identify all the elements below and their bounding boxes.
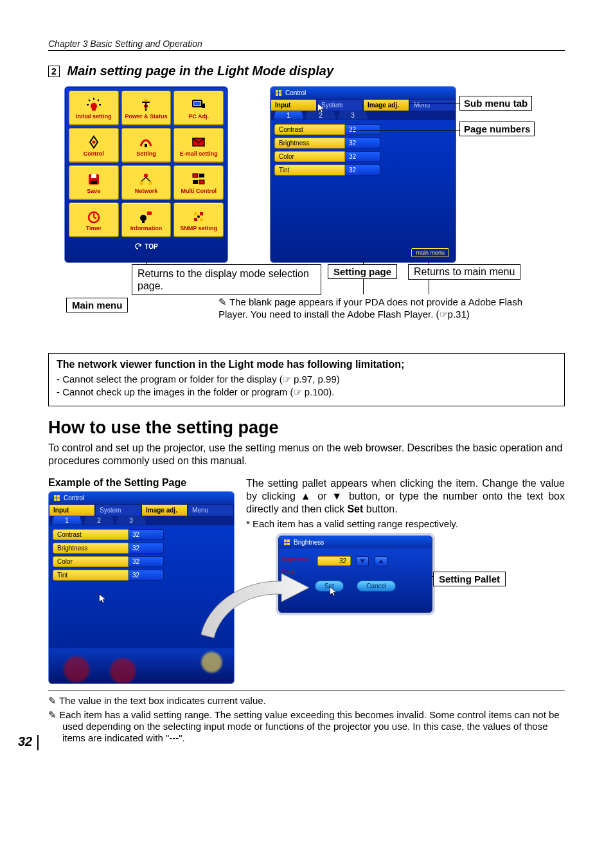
page-number-bar: [37, 735, 39, 750]
sub-menu-tab-system[interactable]: System: [95, 504, 141, 516]
setting-row-label: Tint: [274, 165, 345, 176]
value-textbox[interactable]: 32: [317, 556, 351, 566]
setting-row-value: 32: [345, 165, 380, 176]
main-menu-item-snmp-setting[interactable]: SNMP setting: [173, 203, 224, 237]
snmp-setting-icon: [191, 209, 206, 224]
callout-main-menu: Main menu: [66, 298, 128, 312]
main-menu-item-setting[interactable]: Setting: [121, 128, 172, 163]
setting-row-value: 32: [129, 556, 164, 567]
decorative-blur: [49, 648, 234, 683]
main-menu-item-e-mail-setting[interactable]: E-mail setting: [173, 128, 224, 163]
footnotes: ✎ The value in the text box indicates cu…: [48, 691, 565, 744]
setting-row-tint[interactable]: Tint32: [53, 570, 230, 581]
main-menu-item-timer[interactable]: Timer: [69, 203, 119, 237]
cancel-button[interactable]: Cancel: [357, 581, 396, 592]
sub-menu-tab-image-adj-[interactable]: Image adj.: [363, 99, 409, 111]
footnote-item: ✎ The value in the text box indicates cu…: [48, 695, 565, 707]
setting-row-color[interactable]: Color32: [274, 151, 452, 162]
setting-row-value: 32: [129, 529, 164, 540]
set-button[interactable]: Set: [315, 581, 344, 592]
setting-row-label: Contrast: [53, 529, 129, 540]
callout-setting-pallet: Setting Pallet: [433, 572, 506, 586]
setting-icon: [138, 134, 154, 150]
leader-line: [409, 104, 459, 104]
email-setting-icon: [191, 134, 206, 150]
main-menu-item-label: Setting: [136, 151, 156, 157]
limitation-title: The network viewer function in the Light…: [57, 359, 556, 370]
top-button[interactable]: TOP: [134, 242, 157, 250]
panel-title-text: Control: [285, 89, 306, 96]
main-menu-item-label: SNMP setting: [180, 226, 217, 231]
panel-title-text: Control: [64, 494, 84, 502]
setting-pallet-panel: Brightness Brightness Color 32 Set Cance…: [278, 536, 432, 613]
grid-dots-icon: [284, 539, 290, 545]
setting-row-brightness[interactable]: Brightness32: [53, 543, 230, 554]
top-button-label: TOP: [145, 243, 157, 250]
main-menu-item-multi-control[interactable]: Multi Control: [173, 165, 224, 200]
setting-row-brightness[interactable]: Brightness32: [274, 138, 452, 149]
value-down-button[interactable]: [356, 556, 369, 566]
leader-line: [351, 130, 459, 131]
main-menu-button[interactable]: main menu: [411, 248, 449, 257]
main-menu-item-label: Information: [130, 226, 163, 231]
section-title-text: Main setting page in the Light Mode disp…: [67, 64, 333, 78]
main-menu-item-label: PC Adj.: [188, 114, 209, 120]
main-menu-item-network[interactable]: Network: [121, 165, 172, 200]
pallet-row-label-brightness: Brightness: [281, 556, 309, 563]
save-icon: [86, 172, 102, 187]
sub-menu-tab-image-adj-[interactable]: Image adj.: [141, 504, 188, 516]
main-menu-panel: Initial settingPower & StatusPC Adj.Cont…: [64, 86, 228, 263]
footnote-item: ✎ Each item has a valid setting range. T…: [48, 709, 565, 744]
setting-row-tint[interactable]: Tint32: [274, 165, 452, 176]
page-number: 32: [18, 734, 32, 749]
main-menu-item-pc-adj-[interactable]: PC Adj.: [173, 91, 224, 125]
sub-menu-tab-menu[interactable]: Menu: [188, 504, 234, 516]
refresh-top-icon: [134, 242, 142, 250]
page-number-tab-2[interactable]: 2: [305, 111, 336, 120]
limitation-box: The network viewer function in the Light…: [48, 353, 565, 406]
main-menu-item-initial-setting[interactable]: Initial setting: [69, 91, 119, 125]
page-number-tab-3[interactable]: 3: [337, 111, 368, 120]
howto-body: To control and set up the projector, use…: [48, 442, 565, 469]
control-icon: [86, 134, 102, 150]
pallet-title-bar: Brightness: [279, 536, 432, 548]
page-number-tab-3[interactable]: 3: [116, 516, 147, 525]
setting-row-value: 32: [345, 138, 380, 149]
network-icon: [138, 172, 154, 187]
main-menu-item-information[interactable]: Information: [121, 203, 172, 237]
grid-dots-icon: [54, 495, 60, 501]
setting-row-contrast[interactable]: Contrast32: [53, 529, 230, 540]
setting-page-panel: Control InputSystemImage adj.Menu 123 Co…: [270, 86, 456, 263]
main-menu-item-power-status[interactable]: Power & Status: [121, 91, 172, 125]
main-menu-item-label: Save: [87, 188, 100, 194]
value-up-button[interactable]: [375, 556, 387, 566]
main-menu-item-save[interactable]: Save: [69, 165, 119, 200]
section-title: 2 Main setting page in the Light Mode di…: [48, 64, 565, 78]
pallet-note: * Each item has a valid setting range re…: [246, 518, 565, 529]
setting-row-label: Brightness: [53, 543, 129, 554]
setting-row-value: 32: [129, 570, 164, 581]
setting-row-color[interactable]: Color32: [53, 556, 230, 567]
setting-row-label: Color: [274, 151, 345, 162]
sub-menu-tab-system[interactable]: System: [317, 99, 363, 111]
page-number-tab-2[interactable]: 2: [84, 516, 114, 525]
timer-icon: [86, 209, 102, 224]
limitation-item: - Cannot select the program or folder fo…: [57, 373, 556, 386]
information-icon: [138, 209, 154, 224]
callout-page-numbers: Page numbers: [459, 122, 535, 136]
blank-page-note: ✎ The blank page appears if your PDA doe…: [218, 296, 540, 321]
main-menu-item-label: Timer: [86, 226, 102, 231]
sub-menu-tab-input[interactable]: Input: [271, 99, 317, 111]
setting-row-label: Brightness: [274, 138, 345, 149]
sub-menu-tab-input[interactable]: Input: [49, 504, 95, 516]
page-number-tab-1[interactable]: 1: [51, 516, 82, 525]
pallet-row-label-color: Color: [281, 569, 296, 575]
page-number-tab-1[interactable]: 1: [273, 111, 304, 120]
pallet-description: The setting pallet appears when clicking…: [246, 477, 565, 516]
initial-setting-icon: [86, 97, 102, 113]
sub-menu-tab-menu[interactable]: Menu: [409, 99, 456, 111]
main-menu-item-label: Network: [135, 188, 158, 194]
main-menu-item-control[interactable]: Control: [69, 128, 119, 163]
power-status-icon: [138, 97, 154, 113]
callout-sub-menu-tab: Sub menu tab: [459, 96, 532, 111]
